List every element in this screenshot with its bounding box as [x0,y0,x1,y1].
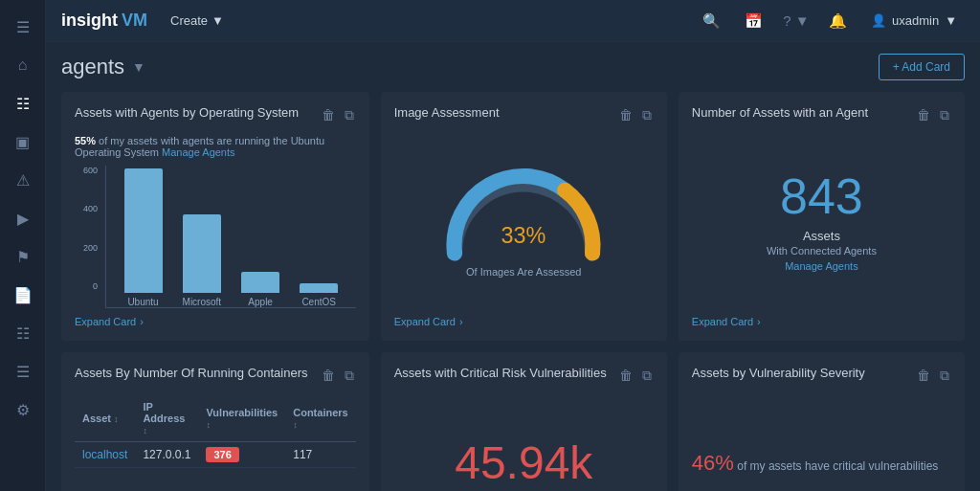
bar-apple-label: Apple [248,297,273,307]
svg-text:33%: 33% [501,222,546,247]
card-assets-with-agent: Number of Assets with an Agent 🗑 ⧉ 843 A… [679,92,965,341]
card-delete-icon[interactable]: 🗑 [617,105,635,125]
card-expand-icon[interactable]: ⧉ [343,366,356,386]
sidebar-goals[interactable]: ▶ [6,201,40,235]
expand-chevron-icon: › [459,316,463,327]
card-expand-icon[interactable]: ⧉ [640,366,654,386]
card-title: Assets by Vulnerability Severity [692,366,915,382]
vuln-cell: 376 [198,442,285,468]
card-expand-icon[interactable]: ⧉ [938,366,951,386]
sort-icon: ↕ [114,414,119,424]
card-expand-icon[interactable]: ⧉ [343,105,356,125]
expand-card-link[interactable]: Expand Card › [692,316,951,327]
bar-microsoft-label: Microsoft [183,297,222,307]
expand-card-label: Expand Card [394,316,456,327]
bar-centos-rect [300,283,338,293]
app-logo: insightVM [61,11,147,31]
user-icon: 👤 [871,13,886,28]
card-actions: 🗑 ⧉ [617,366,654,386]
number-sublabel: With Connected Agents [767,245,877,257]
expand-chevron-icon: › [140,316,144,327]
bar-ubuntu-label: Ubuntu [127,297,158,307]
expand-card-link[interactable]: Expand Card › [75,316,356,327]
vuln-severity-content: 46% of my assets have critical vulnerabi… [692,395,951,491]
bar-ubuntu: Ubuntu [124,168,163,307]
logo-prefix: insight [61,11,118,31]
th-containers[interactable]: Containers ↕ [285,395,355,442]
card-title: Image Assessment [394,105,617,122]
expand-chevron-icon: › [757,316,761,327]
card-image-assessment: Image Assessment 🗑 ⧉ 33% [381,92,667,341]
sidebar-dashboard[interactable]: ☷ [6,86,40,121]
card-delete-icon[interactable]: 🗑 [320,366,337,386]
sidebar-remediation[interactable]: ⚑ [6,239,40,274]
containers-table: Asset ↕ IP Address ↕ Vulnerabilities ↕ C… [75,395,356,468]
help-button[interactable]: ? ▼ [779,4,813,38]
expand-card-link[interactable]: Expand Card › [394,316,654,327]
bar-microsoft-rect [183,214,221,293]
sidebar-home[interactable]: ⌂ [6,48,40,82]
sidebar-cards[interactable]: ☷ [6,316,40,350]
card-header: Assets with Agents by Operating System 🗑… [75,105,356,125]
card-actions: 🗑 ⧉ [320,366,356,386]
bar-centos: CentOS [300,283,338,307]
card-footer: Expand Card › [75,308,356,327]
y-label-200: 200 [75,243,98,253]
card-title: Assets with Critical Risk Vulnerabilitie… [394,366,617,382]
th-asset[interactable]: Asset ↕ [75,395,135,442]
card-expand-icon[interactable]: ⧉ [938,105,951,125]
search-button[interactable]: 🔍 [695,4,729,38]
user-menu[interactable]: 👤 uxadmin ▼ [863,13,965,28]
sort-icon: ↕ [293,420,298,430]
user-chevron-icon: ▼ [945,13,957,28]
vuln-pct: 46% [692,451,734,475]
card-header: Assets By Number Of Running Containers 🗑… [75,366,356,386]
cards-grid: Assets with Agents by Operating System 🗑… [61,92,965,491]
sidebar-settings[interactable]: ⚙ [6,392,40,427]
calendar-button[interactable]: 📅 [737,4,771,38]
sidebar-vulnerabilities[interactable]: ⚠ [6,163,40,197]
bar-chart-inner: Ubuntu Microsoft Apple [105,166,356,308]
bar-apple: Apple [241,272,279,307]
card-vuln-severity: Assets by Vulnerability Severity 🗑 ⧉ 46%… [679,352,965,491]
page-header: agents ▼ + Add Card [61,54,965,80]
card-header: Image Assessment 🗑 ⧉ [394,105,654,125]
sidebar-hamburger[interactable]: ☰ [6,10,40,44]
gauge-label: Of Images Are Assessed [466,266,581,278]
notifications-button[interactable]: 🔔 [821,4,856,38]
card-title: Number of Assets with an Agent [692,105,915,122]
critical-number-area: 45.94k [394,395,654,491]
chart-subtitle: 55% of my assets with agents are running… [75,135,356,158]
card-delete-icon[interactable]: 🗑 [320,105,337,125]
card-running-containers: Assets By Number Of Running Containers 🗑… [61,352,369,491]
card-delete-icon[interactable]: 🗑 [915,105,932,125]
card-title: Assets By Number Of Running Containers [75,366,320,382]
card-delete-icon[interactable]: 🗑 [915,366,932,386]
manage-agents-link[interactable]: Manage Agents [785,260,858,272]
sidebar-reports[interactable]: 📄 [6,278,40,312]
th-ip[interactable]: IP Address ↕ [135,395,198,442]
sidebar: ☰ ⌂ ☷ ▣ ⚠ ▶ ⚑ 📄 ☷ ☰ ⚙ [0,0,46,491]
sort-icon: ↕ [206,420,211,430]
th-vuln[interactable]: Vulnerabilities ↕ [198,395,285,442]
y-axis: 600 400 200 0 [75,166,101,308]
card-footer: Expand Card › [394,308,654,327]
card-header: Assets with Critical Risk Vulnerabilitie… [394,366,654,386]
topnav: insightVM Create ▼ 🔍 📅 ? ▼ 🔔 👤 uxadmin ▼ [46,0,980,42]
sidebar-assets[interactable]: ▣ [6,124,40,159]
card-expand-icon[interactable]: ⧉ [640,105,654,125]
card-actions: 🗑 ⧉ [617,105,654,125]
manage-agents-link[interactable]: Manage Agents [162,146,234,158]
card-delete-icon[interactable]: 🗑 [617,366,635,386]
sort-icon: ↕ [143,426,147,435]
bar-chart-wrapper: 600 400 200 0 Ubuntu [75,166,356,308]
asset-link[interactable]: localhost [82,448,127,461]
sidebar-list[interactable]: ☰ [6,354,40,389]
create-menu[interactable]: Create ▼ [170,13,224,28]
add-card-button[interactable]: + Add Card [879,54,965,80]
card-header: Assets by Vulnerability Severity 🗑 ⧉ [692,366,951,386]
card-header: Number of Assets with an Agent 🗑 ⧉ [692,105,951,125]
create-label: Create [170,13,208,28]
number-label: Assets [803,229,840,243]
page-title-chevron-icon[interactable]: ▼ [132,59,145,75]
